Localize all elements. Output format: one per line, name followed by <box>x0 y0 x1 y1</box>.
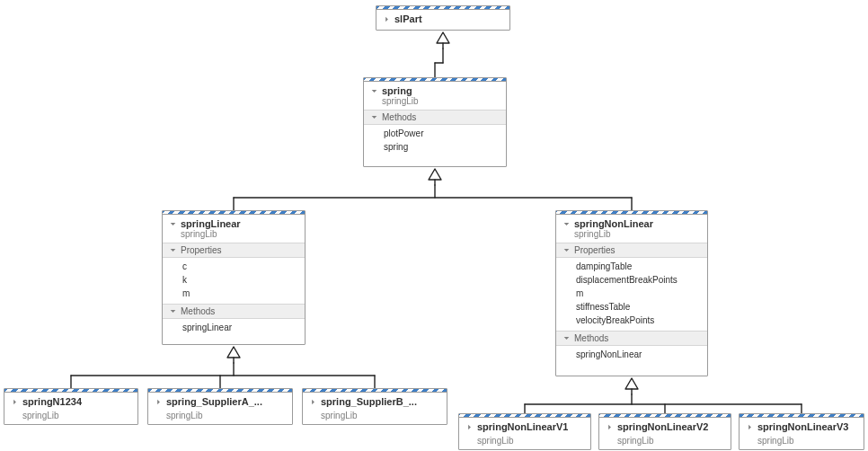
class-box-springNonLinearV2[interactable]: springNonLinearV2springLib <box>598 413 731 450</box>
class-box-springNonLinearV3[interactable]: springNonLinearV3springLib <box>739 413 864 450</box>
property-item[interactable]: velocityBreakPoints <box>556 314 707 327</box>
property-item[interactable]: stiffnessTable <box>556 300 707 314</box>
class-title-row[interactable]: slPart <box>376 10 509 28</box>
chevron-right-icon[interactable] <box>382 14 391 23</box>
class-package: springLib <box>303 411 447 424</box>
class-package: springLib <box>163 229 305 243</box>
class-title-row[interactable]: spring_SupplierB_... <box>303 393 447 411</box>
section-label: Properties <box>181 245 222 255</box>
chevron-right-icon[interactable] <box>745 422 754 431</box>
chevron-down-icon[interactable] <box>369 113 378 122</box>
class-name: springNonLinearV1 <box>477 421 568 432</box>
class-box-slPart[interactable]: slPart <box>376 5 510 31</box>
chevron-down-icon[interactable] <box>168 307 177 316</box>
properties-section-header[interactable]: Properties <box>163 243 305 258</box>
class-name: spring <box>382 85 412 96</box>
chevron-down-icon[interactable] <box>562 334 571 343</box>
methods-list: springLinear <box>163 319 305 338</box>
class-package: springLib <box>556 229 707 243</box>
class-name: springNonLinear <box>574 218 653 229</box>
class-name: spring_SupplierA_... <box>166 396 262 407</box>
class-package: springLib <box>148 411 292 424</box>
methods-list: springNonLinear <box>556 346 707 365</box>
properties-list: dampingTabledisplacementBreakPointsmstif… <box>556 258 707 331</box>
properties-section-header[interactable]: Properties <box>556 243 707 258</box>
property-item[interactable]: m <box>163 287 305 300</box>
chevron-down-icon[interactable] <box>369 86 378 95</box>
property-item[interactable]: k <box>163 273 305 287</box>
class-box-spring_SupplierB[interactable]: spring_SupplierB_...springLib <box>302 388 447 425</box>
chevron-right-icon[interactable] <box>10 397 19 406</box>
section-label: Methods <box>574 333 608 343</box>
class-box-springNonLinearV1[interactable]: springNonLinearV1springLib <box>458 413 591 450</box>
class-package: springLib <box>364 96 506 110</box>
svg-marker-5 <box>429 169 441 180</box>
property-item[interactable]: m <box>556 287 707 300</box>
class-package: springLib <box>599 436 731 449</box>
class-box-spring_SupplierA[interactable]: spring_SupplierA_...springLib <box>147 388 293 425</box>
class-title-row[interactable]: springNonLinearV1 <box>459 418 590 436</box>
section-label: Methods <box>181 306 215 316</box>
property-item[interactable]: c <box>163 260 305 273</box>
class-box-springLinear[interactable]: springLinearspringLibPropertiesckmMethod… <box>162 210 306 345</box>
class-title-row[interactable]: springLinear <box>163 215 305 229</box>
class-title-row[interactable]: springN1234 <box>4 393 137 411</box>
class-title-row[interactable]: springNonLinearV2 <box>599 418 731 436</box>
class-name: springNonLinearV2 <box>617 421 708 432</box>
property-item[interactable]: displacementBreakPoints <box>556 273 707 287</box>
class-name: spring_SupplierB_... <box>321 396 417 407</box>
chevron-down-icon[interactable] <box>168 219 177 228</box>
svg-marker-11 <box>227 347 240 358</box>
class-title-row[interactable]: springNonLinear <box>556 215 707 229</box>
section-label: Methods <box>382 112 416 122</box>
chevron-down-icon[interactable] <box>168 246 177 255</box>
class-name: springLinear <box>181 218 241 229</box>
class-box-springNonLinear[interactable]: springNonLinearspringLibPropertiesdampin… <box>555 210 708 376</box>
svg-marker-0 <box>437 32 449 43</box>
class-title-row[interactable]: spring_SupplierA_... <box>148 393 292 411</box>
method-item[interactable]: springLinear <box>163 321 305 334</box>
class-box-springN1234[interactable]: springN1234springLib <box>4 388 138 425</box>
chevron-right-icon[interactable] <box>465 422 474 431</box>
methods-section-header[interactable]: Methods <box>163 304 305 319</box>
chevron-down-icon[interactable] <box>562 246 571 255</box>
method-item[interactable]: plotPower <box>364 127 506 140</box>
methods-section-header[interactable]: Methods <box>556 331 707 346</box>
class-box-spring[interactable]: springspringLibMethodsplotPowerspring <box>363 77 507 167</box>
chevron-right-icon[interactable] <box>605 422 614 431</box>
method-item[interactable]: spring <box>364 140 506 154</box>
diagram-canvas: slPartspringspringLibMethodsplotPowerspr… <box>0 0 868 451</box>
chevron-down-icon[interactable] <box>562 219 571 228</box>
class-title-row[interactable]: springNonLinearV3 <box>740 418 864 436</box>
class-name: springNonLinearV3 <box>757 421 848 432</box>
class-name: springN1234 <box>22 396 82 407</box>
section-label: Properties <box>574 245 616 255</box>
class-package: springLib <box>740 436 864 449</box>
chevron-right-icon[interactable] <box>308 397 317 406</box>
method-item[interactable]: springNonLinear <box>556 348 707 361</box>
properties-list: ckm <box>163 258 305 304</box>
class-title-row[interactable]: spring <box>364 82 506 96</box>
connector-layer <box>0 0 868 451</box>
chevron-right-icon[interactable] <box>154 397 163 406</box>
methods-section-header[interactable]: Methods <box>364 110 506 125</box>
class-name: slPart <box>394 13 422 24</box>
methods-list: plotPowerspring <box>364 125 506 157</box>
property-item[interactable]: dampingTable <box>556 260 707 273</box>
svg-marker-18 <box>625 378 638 389</box>
class-package: springLib <box>4 411 137 424</box>
class-package: springLib <box>459 436 590 449</box>
